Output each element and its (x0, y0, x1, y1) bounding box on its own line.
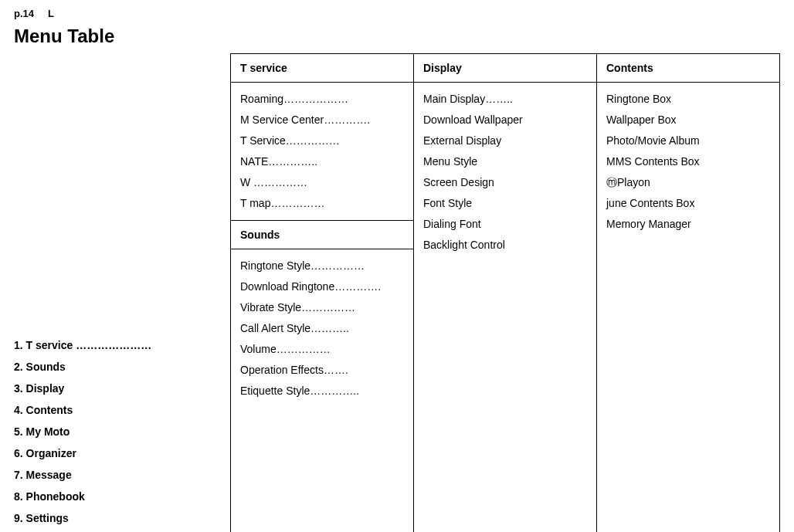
list-item: 9. Settings (14, 507, 230, 529)
table-row: Photo/Movie Album (606, 130, 770, 151)
table-row: W …………… (240, 172, 404, 193)
list-item: 1. T service ………………… (14, 334, 230, 356)
column-contents: Contents Ringtone Box Wallpaper Box Phot… (596, 53, 780, 532)
column-t-service: T service Roaming……………… M Service Center… (230, 53, 413, 532)
menu-table: 1. T service ………………… 2. Sounds 3. Displa… (14, 53, 780, 532)
page-title: Menu Table (14, 25, 780, 47)
column-display: Display Main Display…….. Download Wallpa… (413, 53, 596, 532)
table-row: Wallpaper Box (606, 110, 770, 130)
table-row: NATE………….. (240, 151, 404, 172)
page-header: p.14L (14, 8, 780, 19)
table-row: Screen Design (423, 172, 587, 193)
table-row: T Service…………… (240, 130, 404, 151)
table-row: Operation Effects……. (240, 360, 404, 381)
table-row: Volume…………… (240, 339, 404, 360)
main-menu-list: 1. T service ………………… 2. Sounds 3. Displa… (14, 331, 230, 532)
table-row: Ringtone Box (606, 89, 770, 110)
table-row: Font Style (423, 193, 587, 214)
list-item: 3. Display (14, 378, 230, 399)
column-body: Ringtone Box Wallpaper Box Photo/Movie A… (597, 83, 779, 241)
table-row: Menu Style (423, 151, 587, 172)
table-row: Vibrate Style…………… (240, 297, 404, 318)
list-item: 2. Sounds (14, 356, 230, 378)
column-subheader: Sounds (231, 220, 413, 249)
column-header: T service (231, 53, 413, 83)
table-row: Memory Manager (606, 214, 770, 235)
table-row: Call Alert Style……….. (240, 318, 404, 339)
page-marker: L (48, 8, 54, 19)
table-row: Dialing Font (423, 214, 587, 235)
table-row: june Contents Box (606, 193, 770, 214)
table-row: Roaming……………… (240, 89, 404, 110)
table-row: Backlight Control (423, 235, 587, 256)
table-row: T map…………… (240, 193, 404, 214)
table-row: Ringtone Style…………… (240, 256, 404, 276)
column-body: Roaming……………… M Service Center…………. T Se… (231, 83, 413, 220)
list-item: 7. Message (14, 464, 230, 486)
column-header: Contents (597, 53, 779, 83)
table-row: ⓜPlayon (606, 172, 770, 193)
left-column: 1. T service ………………… 2. Sounds 3. Displa… (14, 53, 230, 532)
table-row: Etiquette Style………….. (240, 381, 404, 402)
column-body: Main Display…….. Download Wallpaper Exte… (414, 83, 596, 262)
list-item: 5. My Moto (14, 421, 230, 442)
page-number: p.14 (14, 8, 34, 19)
table-row: Main Display…….. (423, 89, 587, 110)
table-row: Download Ringtone…………. (240, 276, 404, 297)
list-item: 6. Organizer (14, 442, 230, 464)
list-item: 8. Phonebook (14, 486, 230, 507)
right-columns: T service Roaming……………… M Service Center… (230, 53, 780, 532)
table-row: External Display (423, 130, 587, 151)
table-row: MMS Contents Box (606, 151, 770, 172)
table-row: M Service Center…………. (240, 110, 404, 130)
column-body: Ringtone Style…………… Download Ringtone………… (231, 249, 413, 408)
list-item: 4. Contents (14, 399, 230, 421)
column-header: Display (414, 53, 596, 83)
table-row: Download Wallpaper (423, 110, 587, 130)
